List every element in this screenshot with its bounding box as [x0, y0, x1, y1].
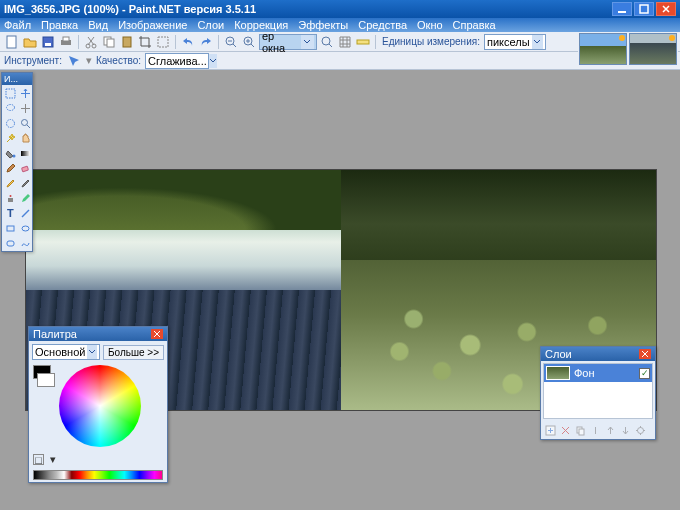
crop-icon[interactable] — [137, 34, 153, 50]
svg-point-18 — [6, 104, 14, 110]
svg-point-21 — [12, 154, 15, 157]
wand-tool[interactable] — [3, 131, 17, 145]
menu-layers[interactable]: Слои — [197, 19, 224, 31]
svg-rect-2 — [7, 36, 16, 48]
paste-icon[interactable] — [119, 34, 135, 50]
menu-tools[interactable]: Средства — [358, 19, 407, 31]
add-swatch-icon[interactable]: □ — [33, 454, 44, 465]
deselect-icon[interactable] — [155, 34, 171, 50]
layers-title: Слои — [545, 348, 572, 360]
current-tool-icon[interactable] — [66, 53, 82, 69]
layers-window[interactable]: Слои Фон ✓ — [540, 346, 656, 440]
quality-dropdown[interactable]: Сглажива... — [145, 53, 209, 69]
undo-icon[interactable] — [180, 34, 196, 50]
close-button[interactable] — [656, 2, 676, 16]
window-title: IMG_3656.JPG (100%) - Paint.NET версия 3… — [4, 3, 610, 15]
properties-icon[interactable] — [633, 423, 647, 437]
close-icon[interactable] — [151, 329, 163, 339]
redo-icon[interactable] — [198, 34, 214, 50]
grid-icon[interactable] — [337, 34, 353, 50]
rect-select-tool[interactable] — [3, 86, 17, 100]
separator — [218, 35, 219, 49]
save-icon[interactable] — [40, 34, 56, 50]
maximize-button[interactable] — [634, 2, 654, 16]
svg-rect-12 — [158, 37, 168, 47]
layers-header[interactable]: Слои — [541, 347, 655, 361]
layers-buttons — [541, 421, 655, 439]
zoom-tool[interactable] — [18, 116, 32, 130]
thumb-1[interactable] — [579, 33, 627, 65]
svg-rect-0 — [618, 11, 626, 13]
zoomout-icon[interactable] — [223, 34, 239, 50]
thumb-2[interactable] — [629, 33, 677, 65]
layer-item[interactable]: Фон ✓ — [544, 364, 652, 382]
color-wheel[interactable] — [59, 365, 141, 447]
merge-down-icon[interactable] — [588, 423, 602, 437]
pencil-tool[interactable] — [3, 176, 17, 190]
actual-size-icon[interactable] — [319, 34, 335, 50]
svg-point-20 — [21, 119, 27, 125]
brush-tool[interactable] — [3, 161, 17, 175]
menu-help[interactable]: Справка — [453, 19, 496, 31]
fit-dropdown[interactable]: ер окна — [259, 34, 317, 50]
color-channel-dropdown[interactable]: Основной — [32, 344, 100, 360]
palette-header[interactable]: Палитра — [29, 327, 167, 341]
close-icon[interactable] — [639, 349, 651, 359]
manage-swatch-icon[interactable]: ▾ — [50, 453, 56, 466]
palette-controls: □ ▾ — [33, 453, 163, 466]
copy-icon[interactable] — [101, 34, 117, 50]
tools-window-title[interactable]: И... — [2, 73, 32, 85]
zoomin-icon[interactable] — [241, 34, 257, 50]
svg-rect-24 — [8, 198, 13, 202]
gradient-tool[interactable] — [18, 146, 32, 160]
duplicate-layer-icon[interactable] — [573, 423, 587, 437]
background-swatch[interactable] — [37, 373, 55, 387]
line-tool[interactable] — [18, 206, 32, 220]
menu-edit[interactable]: Правка — [41, 19, 78, 31]
svg-point-33 — [637, 427, 643, 433]
menu-image[interactable]: Изображение — [118, 19, 187, 31]
new-icon[interactable] — [4, 34, 20, 50]
text-tool[interactable]: T — [3, 206, 17, 220]
cut-icon[interactable] — [83, 34, 99, 50]
freeform-tool[interactable] — [18, 236, 32, 250]
rounded-rect-tool[interactable] — [3, 236, 17, 250]
minimize-button[interactable] — [612, 2, 632, 16]
menu-effects[interactable]: Эффекты — [298, 19, 348, 31]
units-dropdown[interactable]: пикселы — [484, 34, 546, 50]
pan-tool[interactable] — [18, 131, 32, 145]
fill-tool[interactable] — [3, 146, 17, 160]
units-value: пикселы — [487, 36, 530, 48]
move-up-icon[interactable] — [603, 423, 617, 437]
document-thumbnails — [578, 32, 678, 66]
print-icon[interactable] — [58, 34, 74, 50]
clone-tool[interactable] — [3, 191, 17, 205]
ellipse-tool[interactable] — [18, 221, 32, 235]
color-ramp[interactable] — [33, 470, 163, 480]
menu-view[interactable]: Вид — [88, 19, 108, 31]
layer-visible-checkbox[interactable]: ✓ — [639, 368, 650, 379]
rect-tool[interactable] — [3, 221, 17, 235]
delete-layer-icon[interactable] — [558, 423, 572, 437]
more-button[interactable]: Больше >> — [103, 345, 164, 360]
eraser-tool[interactable] — [18, 161, 32, 175]
tools-window[interactable]: И... T — [1, 72, 33, 252]
menu-window[interactable]: Окно — [417, 19, 443, 31]
open-icon[interactable] — [22, 34, 38, 50]
color-swatches — [33, 365, 55, 447]
picker-tool[interactable] — [18, 176, 32, 190]
lasso-tool[interactable] — [3, 101, 17, 115]
move-selection-tool[interactable] — [18, 101, 32, 115]
ruler-icon[interactable] — [355, 34, 371, 50]
svg-rect-16 — [357, 40, 369, 44]
chevron-down-icon — [87, 345, 97, 359]
svg-rect-11 — [123, 37, 131, 47]
add-layer-icon[interactable] — [543, 423, 557, 437]
menu-file[interactable]: Файл — [4, 19, 31, 31]
move-tool[interactable] — [18, 86, 32, 100]
move-down-icon[interactable] — [618, 423, 632, 437]
ellipse-select-tool[interactable] — [3, 116, 17, 130]
quality-label: Качество: — [96, 55, 141, 66]
recolor-tool[interactable] — [18, 191, 32, 205]
palette-window[interactable]: Палитра Основной Больше >> □ ▾ — [28, 326, 168, 483]
